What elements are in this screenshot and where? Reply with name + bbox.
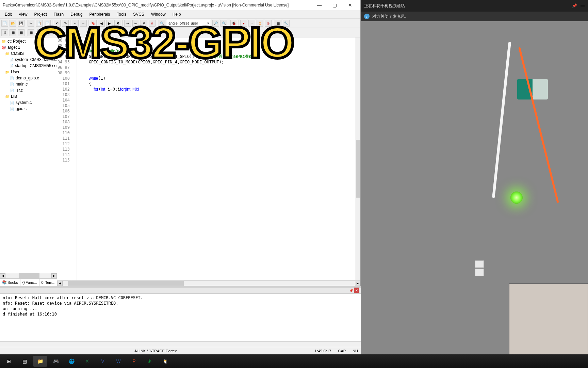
tree-file[interactable]: 📄demo_gpio.c	[0, 75, 57, 81]
menu-svcs[interactable]: SVCS	[130, 11, 148, 18]
tree-file[interactable]: 📄startup_CMS32M55xx.s	[0, 63, 57, 69]
indent-button[interactable]: ⇥	[124, 20, 131, 27]
pin-icon[interactable]: 📌	[572, 3, 577, 8]
scroll-left-icon[interactable]: ◀	[0, 273, 5, 278]
tree-group-user[interactable]: 📁User	[0, 69, 57, 75]
outdent-button[interactable]: ⇤	[132, 20, 139, 27]
editor-hscrollbar[interactable]: ◀ ▶	[57, 280, 360, 286]
tree-file[interactable]: 📄system_CMS32M55xx.c	[0, 57, 57, 63]
tree-file[interactable]: 📄gpio.c	[0, 106, 57, 112]
menu-view[interactable]: View	[15, 11, 31, 18]
breakpoint-button[interactable]: ●	[240, 20, 247, 27]
ppt-taskbar-icon[interactable]: P	[127, 356, 141, 367]
visio-taskbar-icon[interactable]: V	[96, 356, 110, 367]
scroll-right-icon[interactable]: ▶	[51, 273, 57, 278]
output-close-button[interactable]: ✕	[354, 288, 359, 293]
xbox-taskbar-icon[interactable]: 🎮	[49, 356, 63, 367]
rebuild-button[interactable]: ▦	[18, 29, 24, 36]
copy-button[interactable]: 📋	[36, 20, 43, 27]
taskview-button[interactable]: ▤	[18, 356, 31, 367]
comment-button[interactable]: //	[141, 20, 147, 27]
tree-file[interactable]: 📄main.c	[0, 81, 57, 87]
undo-button[interactable]: ↶	[54, 20, 61, 27]
edge-taskbar-icon[interactable]: 🌐	[65, 356, 78, 367]
tree-group-cmsis[interactable]: 📁CMSIS	[0, 50, 57, 57]
bookmark-prev-button[interactable]: ◀	[98, 20, 105, 27]
output-pin-button[interactable]: 📌	[348, 288, 354, 293]
find-button[interactable]: 🔍	[159, 20, 165, 27]
tree-target[interactable]: 🎯arget 1	[0, 44, 57, 50]
close-button[interactable]: ✕	[342, 0, 358, 10]
qq-taskbar-icon[interactable]: 🐧	[159, 356, 172, 367]
scroll-thumb[interactable]	[19, 273, 39, 278]
redo-button[interactable]: ↷	[62, 20, 69, 27]
uncomment-button[interactable]: //	[149, 20, 156, 27]
bp-disable-button[interactable]: ○	[248, 20, 255, 27]
menu-tools[interactable]: Tools	[113, 11, 130, 18]
menu-peripherals[interactable]: Peripherals	[86, 11, 114, 18]
build-button[interactable]: ▦	[10, 29, 16, 36]
bp-all-button[interactable]: ⊗	[265, 20, 272, 27]
menu-edit[interactable]: Edit	[1, 11, 15, 18]
download-button[interactable]: LOAD	[37, 29, 44, 36]
folder-icon: 📁	[5, 51, 10, 56]
tree-project-root[interactable]: 📁ct: Porject	[0, 38, 57, 44]
tree-file[interactable]: 📄isr.c	[0, 87, 57, 93]
tab-functions[interactable]: {}Func...	[20, 279, 39, 286]
start-button[interactable]: ⊞	[2, 356, 16, 367]
scroll-right-icon[interactable]: ▶	[355, 281, 360, 286]
func-icon: {}	[22, 280, 25, 285]
translate-button[interactable]: ⚙	[1, 29, 8, 36]
code-editor[interactable]: 86 87 88 89 90 91 92 93 94 95 96 97 98 9…	[57, 37, 360, 280]
minimize-button[interactable]: —	[312, 0, 327, 10]
bookmark-clear-button[interactable]: ✖	[114, 20, 121, 27]
window-layout-button[interactable]: ▦	[275, 20, 281, 27]
open-button[interactable]: 📂	[10, 20, 16, 27]
explorer-taskbar-icon[interactable]: 📁	[33, 356, 47, 367]
output-hscrollbar[interactable]	[0, 341, 361, 347]
nav-fwd-button[interactable]: →	[80, 20, 87, 27]
tree-hscrollbar[interactable]: ◀ ▶	[0, 273, 57, 278]
menu-flash[interactable]: Flash	[50, 11, 67, 18]
scroll-left-icon[interactable]: ◀	[57, 281, 63, 286]
minimize-icon[interactable]: —	[581, 3, 585, 8]
menu-debug[interactable]: Debug	[67, 11, 86, 18]
view-button-2[interactable]	[475, 269, 484, 276]
paste-button[interactable]: 📄	[44, 20, 51, 27]
cut-button[interactable]: ✂	[28, 20, 34, 27]
code-text[interactable]: //GPIO_Config(); SYS_SET_IOCFG(IOP34CFG,…	[77, 37, 355, 280]
view-button-1[interactable]	[475, 260, 484, 268]
editor-vscrollbar[interactable]	[355, 37, 360, 280]
bookmark-button[interactable]: 🔖	[90, 20, 97, 27]
wechat-taskbar-icon[interactable]: ✳	[143, 356, 157, 367]
tab-books[interactable]: 📚Books	[0, 279, 20, 286]
editor-area: 86 87 88 89 90 91 92 93 94 95 96 97 98 9…	[57, 37, 360, 286]
remote-video[interactable]	[361, 21, 588, 368]
project-tree[interactable]: 📁ct: Porject 🎯arget 1 📁CMSIS 📄system_CMS…	[0, 37, 57, 273]
new-file-button[interactable]: 📄	[1, 20, 8, 27]
bookmark-next-button[interactable]: ▶	[106, 20, 113, 27]
tree-file[interactable]: 📄system.c	[0, 99, 57, 106]
tree-group-lib[interactable]: 📁LIB	[0, 93, 57, 99]
excel-taskbar-icon[interactable]: X	[80, 356, 94, 367]
menu-window[interactable]: Window	[148, 11, 169, 18]
menu-project[interactable]: Project	[31, 11, 50, 18]
target-options-button[interactable]: ⚙	[46, 29, 52, 36]
nav-back-button[interactable]: ←	[72, 20, 79, 27]
fold-gutter[interactable]	[72, 37, 77, 280]
output-text[interactable]: nfo: Reset: Halt core after reset via DE…	[0, 294, 361, 341]
bp-kill-button[interactable]: ⊘	[257, 20, 263, 27]
scroll-thumb[interactable]	[68, 281, 184, 286]
build-batch-button[interactable]: ▦	[28, 29, 34, 36]
scroll-thumb[interactable]	[356, 140, 360, 198]
tab-templates[interactable]: 0.Tem...	[39, 279, 58, 286]
menu-help[interactable]: Help	[169, 11, 184, 18]
find-combo[interactable]: angle_offset_user▾	[167, 20, 211, 27]
debug-button[interactable]: 🐞	[230, 20, 237, 27]
word-taskbar-icon[interactable]: W	[112, 356, 125, 367]
save-button[interactable]: 💾	[18, 20, 24, 27]
maximize-button[interactable]: ▢	[327, 0, 342, 10]
find-next-button[interactable]: 🔎	[212, 20, 219, 27]
incremental-find-button[interactable]: 🔍	[220, 20, 227, 27]
config-button[interactable]: 🔧	[283, 20, 290, 27]
